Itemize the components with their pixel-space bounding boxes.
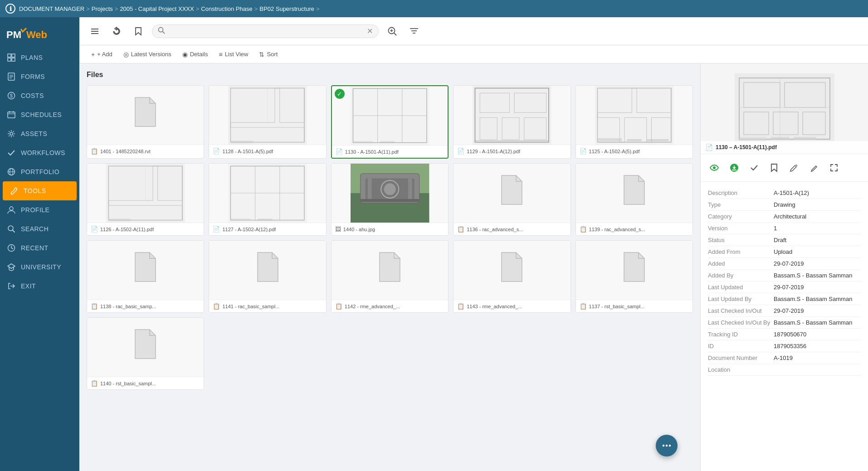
file-name: 1141 - rac_basic_sampl... xyxy=(222,304,279,309)
added-value: 29-07-2019 xyxy=(774,260,861,267)
sort-button[interactable]: ⇅ Sort xyxy=(254,49,282,60)
panel-expand-button[interactable] xyxy=(826,160,842,176)
tracking-id-label: Tracking ID xyxy=(708,331,774,338)
latest-versions-button[interactable]: ◎ Latest Versions xyxy=(119,49,176,60)
detail-id: ID 1879053356 xyxy=(708,340,861,352)
panel-actions xyxy=(701,154,868,182)
files-title: Files xyxy=(87,71,693,79)
sidebar-item-university[interactable]: UNIVERSITY xyxy=(0,257,79,277)
file-card[interactable]: 🖼 1440 - ahu.jpg xyxy=(331,163,449,236)
detail-type: Type Drawing xyxy=(708,199,861,211)
doc-icon xyxy=(499,252,524,289)
detail-added-from: Added From Upload xyxy=(708,246,861,258)
file-thumbnail xyxy=(209,164,326,223)
sidebar-item-schedules[interactable]: SCHEDULES xyxy=(0,105,79,124)
breadcrumb-item-2[interactable]: Projects xyxy=(92,5,113,12)
sidebar-item-workflows[interactable]: WORKFLOWS xyxy=(0,143,79,162)
info-icon[interactable]: ℹ xyxy=(5,4,15,14)
file-footer: 📄 1125 - A-1502-A(5).pdf xyxy=(576,145,692,157)
file-thumbnail xyxy=(576,164,692,223)
sidebar-item-portfolio[interactable]: PORTFOLIO xyxy=(0,162,79,181)
file-thumbnail: ✓ xyxy=(332,86,448,145)
panel-download-button[interactable] xyxy=(726,160,742,176)
svg-text:PM: PM xyxy=(6,29,21,40)
file-card[interactable]: 📋 1139 - rac_advanced_s... xyxy=(575,163,693,236)
file-card[interactable]: 📋 1140 - rst_basic_sampl... xyxy=(87,317,204,390)
id-label: ID xyxy=(708,343,774,350)
filter-button[interactable] xyxy=(406,23,422,39)
file-card[interactable]: 📄 1127 - A-1502-A(12).pdf xyxy=(209,163,326,236)
file-card[interactable]: 📋 1137 - rst_basic_sampl... xyxy=(575,240,693,313)
file-card[interactable]: 📋 1142 - rme_advanced_... xyxy=(331,240,449,313)
add-button[interactable]: + + Add xyxy=(87,49,117,60)
file-card[interactable]: 📄 1129 - A-1501-A(12).pdf xyxy=(453,85,571,159)
version-value: 1 xyxy=(774,225,861,232)
zoom-button[interactable] xyxy=(384,23,400,39)
breadcrumb-item-1[interactable]: DOCUMENT MANAGER xyxy=(19,5,84,12)
file-card[interactable]: 📄 1126 - A-1502-A(11).pdf xyxy=(87,163,204,236)
panel-file-icon: 📄 xyxy=(705,144,713,151)
svg-rect-77 xyxy=(108,219,131,221)
location-label: Location xyxy=(708,366,774,373)
sidebar-item-assets[interactable]: ASSETS xyxy=(0,124,79,143)
detail-tracking-id: Tracking ID 1879050670 xyxy=(708,329,861,340)
file-thumbnail xyxy=(454,86,570,145)
panel-pen-button[interactable] xyxy=(806,160,822,176)
search-icon xyxy=(158,27,165,36)
sidebar-item-exit[interactable]: EXIT xyxy=(0,277,79,296)
svg-rect-105 xyxy=(771,137,789,140)
sidebar-item-search[interactable]: SEARCH xyxy=(0,219,79,238)
last-updated-value: 29-07-2019 xyxy=(774,284,861,291)
file-card[interactable]: 📋 1401 - 1485220248.rvt xyxy=(87,85,204,159)
breadcrumb-item-4[interactable]: Construction Phase xyxy=(201,5,252,12)
svg-rect-93 xyxy=(360,199,419,202)
workflows-label: WORKFLOWS xyxy=(21,149,65,156)
file-card[interactable]: 📄 1125 - A-1502-A(5).pdf xyxy=(575,85,693,159)
search-input[interactable] xyxy=(165,28,367,35)
file-thumbnail xyxy=(454,164,570,223)
sidebar-item-costs[interactable]: $ COSTS xyxy=(0,86,79,105)
detail-category: Category Architectural xyxy=(708,211,861,223)
panel-edit-button[interactable] xyxy=(786,160,802,176)
hamburger-button[interactable] xyxy=(87,23,103,39)
file-card[interactable]: 📋 1143 - rme_advanced_... xyxy=(453,240,571,313)
sidebar-item-recent[interactable]: RECENT xyxy=(0,238,79,257)
logo: PM Web xyxy=(5,25,60,42)
last-checked-by-label: Last Checked In/Out By xyxy=(708,319,774,326)
bookmark-button[interactable] xyxy=(130,23,146,39)
file-card[interactable]: ✓ 📄 1130 - A-1501-A(11).pdf xyxy=(331,85,449,159)
breadcrumb: DOCUMENT MANAGER > Projects > 2005 - Cap… xyxy=(19,5,320,12)
clear-search-button[interactable]: ✕ xyxy=(367,27,373,35)
list-view-icon: ≡ xyxy=(219,51,222,58)
list-view-button[interactable]: ≡ List View xyxy=(214,49,253,60)
file-card[interactable]: 📋 1141 - rac_basic_sampl... xyxy=(209,240,326,313)
file-type-icon: 📄 xyxy=(91,226,98,233)
file-card[interactable]: 📋 1138 - rac_basic_samp... xyxy=(87,240,204,313)
svg-line-22 xyxy=(13,230,15,233)
file-footer: 📋 1142 - rme_advanced_... xyxy=(332,300,448,312)
file-card[interactable]: 📄 1128 - A-1501-A(5).pdf xyxy=(209,85,326,159)
file-footer: 📄 1126 - A-1502-A(11).pdf xyxy=(87,223,204,235)
panel-bookmark-button[interactable] xyxy=(766,160,782,176)
last-updated-label: Last Updated xyxy=(708,284,774,291)
svg-marker-110 xyxy=(771,164,777,171)
breadcrumb-item-3[interactable]: 2005 - Capital Project XXXX xyxy=(120,5,194,12)
panel-approve-button[interactable] xyxy=(746,160,762,176)
panel-view-button[interactable] xyxy=(706,160,722,176)
file-thumbnail xyxy=(576,241,692,300)
sidebar-item-profile[interactable]: PROFILE xyxy=(0,200,79,219)
file-type-icon: 📋 xyxy=(91,148,98,155)
search-bar: ✕ xyxy=(152,24,379,38)
svg-rect-83 xyxy=(231,219,250,220)
sidebar-item-plans[interactable]: PLANS xyxy=(0,48,79,67)
added-from-label: Added From xyxy=(708,248,774,255)
sidebar-item-forms[interactable]: FORMS xyxy=(0,67,79,86)
fab-button[interactable] xyxy=(656,435,678,456)
breadcrumb-item-5[interactable]: BP02 Superstructure xyxy=(259,5,314,12)
file-footer: 📋 1136 - rac_advanced_s... xyxy=(454,223,570,235)
history-button[interactable] xyxy=(108,23,125,39)
file-card[interactable]: 📋 1136 - rac_advanced_s... xyxy=(453,163,571,236)
tools-label: TOOLs xyxy=(24,187,46,194)
details-button[interactable]: ◉ Details xyxy=(178,49,213,60)
sidebar-item-tools[interactable]: TOOLs xyxy=(3,181,77,200)
